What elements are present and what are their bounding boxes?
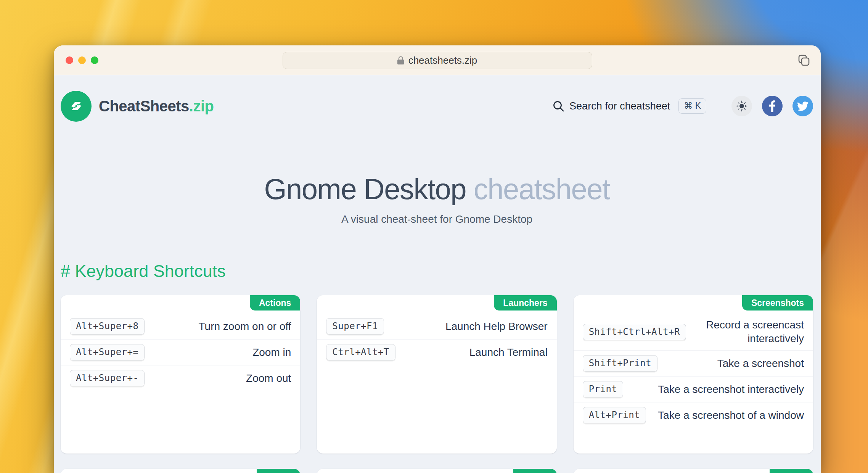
brand-name: CheatSheets.zip — [99, 98, 214, 115]
shortcut-rows: Alt+Super+8 Turn zoom on or off Alt+Supe… — [61, 314, 300, 391]
address-bar[interactable]: cheatsheets.zip — [283, 52, 592, 69]
header-actions: Search for cheatsheet ⌘ K — [553, 96, 813, 116]
facebook-link[interactable] — [762, 96, 783, 116]
shortcut-row: Shift+Print Take a screenshot — [574, 350, 813, 376]
brand-logo-icon — [61, 91, 92, 122]
shortcut-description: Turn zoom on or off — [199, 320, 291, 333]
partial-card-badge — [770, 469, 813, 473]
partial-card — [61, 469, 300, 473]
card-badge: Screenshots — [742, 295, 813, 311]
shortcut-cards: Actions Alt+Super+8 Turn zoom on or off … — [61, 295, 813, 454]
shortcut-row: Alt+Super+- Zoom out — [61, 365, 300, 391]
site-logo[interactable]: CheatSheets.zip — [61, 91, 214, 122]
shortcut-description: Record a screencast interactively — [686, 318, 804, 346]
minimize-button[interactable] — [78, 56, 86, 64]
shortcut-card: Actions Alt+Super+8 Turn zoom on or off … — [61, 295, 300, 454]
partial-card-badge — [257, 469, 300, 473]
brand-suffix: .zip — [189, 98, 214, 114]
shortcut-row: Alt+Print Take a screenshot of a window — [574, 402, 813, 428]
tabs-overview-icon[interactable] — [797, 53, 811, 67]
shortcut-keys: Ctrl+Alt+T — [326, 344, 395, 360]
shortcut-description: Take a screenshot of a window — [658, 409, 804, 422]
search-label: Search for cheatsheet — [569, 100, 670, 112]
shortcut-keys: Alt+Super+= — [70, 344, 145, 360]
shortcut-description: Launch Help Browser — [445, 320, 548, 333]
shortcut-description: Zoom in — [252, 346, 291, 359]
page-title: Gnome Desktop cheatsheet — [61, 173, 813, 205]
facebook-icon — [769, 100, 775, 112]
shortcut-keys: Print — [583, 381, 624, 397]
partial-card — [574, 469, 813, 473]
card-badge: Launchers — [494, 295, 556, 311]
twitter-link[interactable] — [792, 96, 813, 116]
search-kbd-hint: ⌘ K — [678, 98, 706, 114]
shortcut-rows: Shift+Ctrl+Alt+R Record a screencast int… — [574, 314, 813, 428]
page-title-muted: cheatsheet — [474, 173, 610, 205]
shortcut-keys: Alt+Super+8 — [70, 318, 145, 335]
shortcut-row: Shift+Ctrl+Alt+R Record a screencast int… — [574, 314, 813, 350]
page-content: CheatSheets.zip Search for cheatsheet ⌘ … — [54, 75, 821, 473]
shortcut-keys: Super+F1 — [326, 318, 384, 335]
traffic-lights — [66, 56, 98, 64]
shortcut-rows: Super+F1 Launch Help Browser Ctrl+Alt+T … — [317, 314, 556, 365]
url-text: cheatsheets.zip — [408, 55, 477, 66]
shortcut-card: Screenshots Shift+Ctrl+Alt+R Record a sc… — [574, 295, 813, 454]
twitter-icon — [797, 101, 809, 111]
shortcut-description: Zoom out — [246, 372, 291, 385]
fullscreen-button[interactable] — [91, 56, 98, 64]
shortcut-description: Launch Terminal — [469, 346, 548, 359]
section-heading: # Keyboard Shortcuts — [61, 261, 813, 282]
shortcut-keys: Alt+Print — [583, 407, 646, 423]
shortcut-keys: Shift+Print — [583, 355, 657, 372]
shortcut-description: Take a screenshot — [717, 357, 804, 370]
page-subtitle: A visual cheat-sheet for Gnome Desktop — [61, 212, 813, 227]
search-button[interactable]: Search for cheatsheet ⌘ K — [553, 98, 706, 114]
sun-icon — [736, 100, 747, 112]
shortcut-row: Super+F1 Launch Help Browser — [317, 314, 556, 339]
site-header: CheatSheets.zip Search for cheatsheet ⌘ … — [61, 90, 813, 122]
partial-card — [317, 469, 556, 473]
shortcut-keys: Alt+Super+- — [70, 370, 145, 386]
card-badge: Actions — [250, 295, 300, 311]
theme-toggle-button[interactable] — [731, 96, 752, 116]
search-icon — [553, 100, 564, 112]
lock-icon — [397, 56, 405, 65]
browser-window: cheatsheets.zip CheatSheets.zip — [54, 45, 821, 473]
shortcut-cards-partial-row — [61, 469, 813, 473]
shortcut-keys: Shift+Ctrl+Alt+R — [583, 324, 686, 340]
shortcut-row: Alt+Super+= Zoom in — [61, 339, 300, 365]
shortcut-row: Ctrl+Alt+T Launch Terminal — [317, 339, 556, 365]
partial-card-badge — [513, 469, 557, 473]
shortcut-card: Launchers Super+F1 Launch Help Browser C… — [317, 295, 556, 454]
close-button[interactable] — [66, 56, 73, 64]
shortcut-description: Take a screenshot interactively — [658, 383, 804, 396]
browser-chrome: cheatsheets.zip — [54, 45, 821, 75]
shortcut-row: Alt+Super+8 Turn zoom on or off — [61, 314, 300, 339]
shortcut-row: Print Take a screenshot interactively — [574, 376, 813, 402]
